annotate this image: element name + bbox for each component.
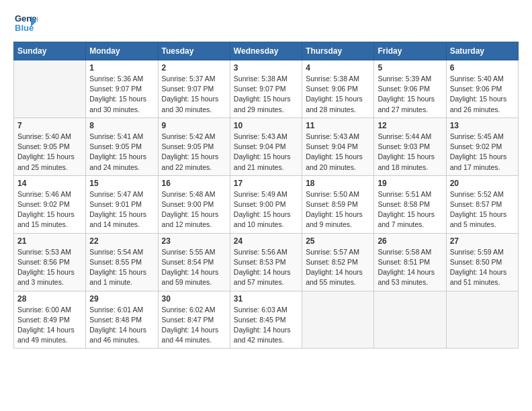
empty-cell — [446, 291, 518, 349]
day-cell-23: 23Sunrise: 5:55 AMSunset: 8:54 PMDayligh… — [158, 233, 230, 291]
day-number: 22 — [89, 236, 154, 246]
day-cell-27: 27Sunrise: 5:59 AMSunset: 8:50 PMDayligh… — [446, 233, 518, 291]
day-cell-21: 21Sunrise: 5:53 AMSunset: 8:56 PMDayligh… — [14, 233, 86, 291]
day-info: Sunrise: 5:40 AMSunset: 9:06 PMDaylight:… — [450, 74, 515, 115]
day-info: Sunrise: 5:50 AMSunset: 8:59 PMDaylight:… — [306, 189, 370, 230]
day-number: 5 — [378, 63, 442, 73]
empty-cell — [374, 291, 446, 349]
calendar-week-1: 1Sunrise: 5:36 AMSunset: 9:07 PMDaylight… — [14, 60, 519, 118]
day-number: 7 — [17, 121, 82, 130]
logo-icon: General Blue — [13, 11, 38, 35]
day-number: 13 — [450, 121, 515, 130]
day-number: 8 — [89, 121, 154, 130]
day-cell-31: 31Sunrise: 6:03 AMSunset: 8:45 PMDayligh… — [230, 291, 302, 349]
day-number: 10 — [234, 121, 298, 130]
day-number: 28 — [17, 294, 82, 304]
day-info: Sunrise: 5:46 AMSunset: 9:02 PMDaylight:… — [17, 189, 82, 230]
day-cell-22: 22Sunrise: 5:54 AMSunset: 8:55 PMDayligh… — [86, 233, 158, 291]
day-cell-4: 4Sunrise: 5:38 AMSunset: 9:06 PMDaylight… — [302, 60, 374, 118]
day-info: Sunrise: 5:38 AMSunset: 9:07 PMDaylight:… — [234, 74, 298, 115]
calendar-header-row: SundayMondayTuesdayWednesdayThursdayFrid… — [14, 42, 519, 60]
day-number: 31 — [234, 294, 298, 304]
day-info: Sunrise: 5:37 AMSunset: 9:07 PMDaylight:… — [162, 74, 226, 115]
day-cell-26: 26Sunrise: 5:58 AMSunset: 8:51 PMDayligh… — [374, 233, 446, 291]
day-info: Sunrise: 5:44 AMSunset: 9:03 PMDaylight:… — [378, 132, 442, 173]
day-info: Sunrise: 5:52 AMSunset: 8:57 PMDaylight:… — [450, 189, 515, 230]
day-info: Sunrise: 5:40 AMSunset: 9:05 PMDaylight:… — [17, 132, 82, 173]
day-info: Sunrise: 5:41 AMSunset: 9:05 PMDaylight:… — [89, 132, 154, 173]
day-cell-16: 16Sunrise: 5:48 AMSunset: 9:00 PMDayligh… — [158, 175, 230, 233]
day-info: Sunrise: 6:01 AMSunset: 8:48 PMDaylight:… — [89, 305, 154, 346]
day-cell-17: 17Sunrise: 5:49 AMSunset: 9:00 PMDayligh… — [230, 175, 302, 233]
calendar-week-2: 7Sunrise: 5:40 AMSunset: 9:05 PMDaylight… — [14, 118, 519, 175]
day-info: Sunrise: 5:53 AMSunset: 8:56 PMDaylight:… — [17, 247, 82, 288]
day-info: Sunrise: 5:43 AMSunset: 9:04 PMDaylight:… — [234, 132, 298, 173]
day-info: Sunrise: 5:48 AMSunset: 9:00 PMDaylight:… — [162, 189, 226, 230]
day-cell-12: 12Sunrise: 5:44 AMSunset: 9:03 PMDayligh… — [374, 118, 446, 175]
day-number: 1 — [89, 63, 154, 73]
day-number: 6 — [450, 63, 515, 73]
day-cell-28: 28Sunrise: 6:00 AMSunset: 8:49 PMDayligh… — [14, 291, 86, 349]
day-header-saturday: Saturday — [446, 42, 518, 60]
day-cell-25: 25Sunrise: 5:57 AMSunset: 8:52 PMDayligh… — [302, 233, 374, 291]
day-cell-5: 5Sunrise: 5:39 AMSunset: 9:06 PMDaylight… — [374, 60, 446, 118]
day-info: Sunrise: 5:47 AMSunset: 9:01 PMDaylight:… — [89, 189, 154, 230]
day-number: 23 — [162, 236, 226, 246]
day-info: Sunrise: 5:43 AMSunset: 9:04 PMDaylight:… — [306, 132, 370, 173]
day-cell-11: 11Sunrise: 5:43 AMSunset: 9:04 PMDayligh… — [302, 118, 374, 175]
day-number: 17 — [234, 179, 298, 188]
day-info: Sunrise: 6:02 AMSunset: 8:47 PMDaylight:… — [162, 305, 226, 346]
day-cell-6: 6Sunrise: 5:40 AMSunset: 9:06 PMDaylight… — [446, 60, 518, 118]
day-cell-18: 18Sunrise: 5:50 AMSunset: 8:59 PMDayligh… — [302, 175, 374, 233]
day-info: Sunrise: 6:03 AMSunset: 8:45 PMDaylight:… — [234, 305, 298, 346]
svg-text:Blue: Blue — [15, 23, 34, 33]
day-info: Sunrise: 5:45 AMSunset: 9:02 PMDaylight:… — [450, 132, 515, 173]
day-number: 20 — [450, 179, 515, 188]
day-header-friday: Friday — [374, 42, 446, 60]
empty-cell — [14, 60, 86, 118]
day-header-wednesday: Wednesday — [230, 42, 302, 60]
day-number: 2 — [162, 63, 226, 73]
day-header-tuesday: Tuesday — [158, 42, 230, 60]
day-cell-15: 15Sunrise: 5:47 AMSunset: 9:01 PMDayligh… — [86, 175, 158, 233]
day-header-sunday: Sunday — [14, 42, 86, 60]
day-number: 14 — [17, 179, 82, 188]
day-header-thursday: Thursday — [302, 42, 374, 60]
day-number: 25 — [306, 236, 370, 246]
day-number: 26 — [378, 236, 442, 246]
day-cell-24: 24Sunrise: 5:56 AMSunset: 8:53 PMDayligh… — [230, 233, 302, 291]
day-number: 18 — [306, 179, 370, 188]
day-number: 15 — [89, 179, 154, 188]
day-cell-2: 2Sunrise: 5:37 AMSunset: 9:07 PMDaylight… — [158, 60, 230, 118]
day-header-monday: Monday — [86, 42, 158, 60]
day-cell-14: 14Sunrise: 5:46 AMSunset: 9:02 PMDayligh… — [14, 175, 86, 233]
day-cell-10: 10Sunrise: 5:43 AMSunset: 9:04 PMDayligh… — [230, 118, 302, 175]
day-info: Sunrise: 5:55 AMSunset: 8:54 PMDaylight:… — [162, 247, 226, 288]
day-cell-7: 7Sunrise: 5:40 AMSunset: 9:05 PMDaylight… — [14, 118, 86, 175]
day-info: Sunrise: 6:00 AMSunset: 8:49 PMDaylight:… — [17, 305, 82, 346]
logo: General Blue — [13, 11, 40, 35]
calendar-week-4: 21Sunrise: 5:53 AMSunset: 8:56 PMDayligh… — [14, 233, 519, 291]
day-info: Sunrise: 5:39 AMSunset: 9:06 PMDaylight:… — [378, 74, 442, 115]
day-info: Sunrise: 5:58 AMSunset: 8:51 PMDaylight:… — [378, 247, 442, 288]
day-info: Sunrise: 5:36 AMSunset: 9:07 PMDaylight:… — [89, 74, 154, 115]
day-info: Sunrise: 5:42 AMSunset: 9:05 PMDaylight:… — [162, 132, 226, 173]
day-info: Sunrise: 5:38 AMSunset: 9:06 PMDaylight:… — [306, 74, 370, 115]
day-cell-20: 20Sunrise: 5:52 AMSunset: 8:57 PMDayligh… — [446, 175, 518, 233]
day-info: Sunrise: 5:49 AMSunset: 9:00 PMDaylight:… — [234, 189, 298, 230]
day-cell-13: 13Sunrise: 5:45 AMSunset: 9:02 PMDayligh… — [446, 118, 518, 175]
day-cell-19: 19Sunrise: 5:51 AMSunset: 8:58 PMDayligh… — [374, 175, 446, 233]
day-info: Sunrise: 5:56 AMSunset: 8:53 PMDaylight:… — [234, 247, 298, 288]
day-number: 27 — [450, 236, 515, 246]
day-number: 21 — [17, 236, 82, 246]
day-number: 12 — [378, 121, 442, 130]
calendar-week-3: 14Sunrise: 5:46 AMSunset: 9:02 PMDayligh… — [14, 175, 519, 233]
day-number: 24 — [234, 236, 298, 246]
empty-cell — [302, 291, 374, 349]
day-cell-3: 3Sunrise: 5:38 AMSunset: 9:07 PMDaylight… — [230, 60, 302, 118]
day-cell-1: 1Sunrise: 5:36 AMSunset: 9:07 PMDaylight… — [86, 60, 158, 118]
day-number: 11 — [306, 121, 370, 130]
day-number: 30 — [162, 294, 226, 304]
calendar-table: SundayMondayTuesdayWednesdayThursdayFrid… — [13, 42, 519, 349]
day-cell-29: 29Sunrise: 6:01 AMSunset: 8:48 PMDayligh… — [86, 291, 158, 349]
